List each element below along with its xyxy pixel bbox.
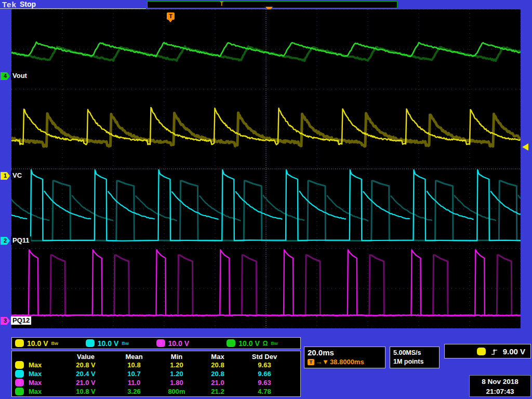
time-text: 21:07:43 [470, 387, 530, 396]
top-divider [0, 8, 146, 9]
col-header-mean: Mean [112, 353, 156, 361]
channel-1-badge: 1 [15, 339, 24, 347]
col-header-value: Value [60, 353, 112, 361]
channel-2-label: PQ11 [11, 236, 31, 245]
channel-2-scale-value: 10.0 V [98, 339, 118, 348]
impedance-icon: Ω [263, 340, 268, 347]
trigger-delay-arrow-icon: →▼ [315, 358, 329, 366]
sample-rate: 5.00MS/s [393, 349, 436, 357]
measurement-max: 20.8 [197, 370, 238, 378]
col-header-min: Min [156, 353, 197, 361]
measurement-stddev: 4.78 [238, 388, 290, 395]
trigger-position-in-record-icon: T [220, 1, 223, 7]
bw-limit-icon: Bw [271, 341, 278, 346]
measurement-value: 20.4 V [60, 370, 112, 378]
measurement-name: Max [29, 361, 60, 369]
rising-edge-icon [490, 347, 498, 356]
measurement-value: 21.0 V [60, 379, 112, 387]
measurement-row-ch2: 2 Max 20.4 V 10.7 1.20 20.8 9.66 [15, 369, 300, 378]
measurement-mean: 11.0 [112, 379, 156, 387]
measurement-mean: 10.8 [112, 361, 156, 369]
trigger-readout[interactable]: 1 9.00 V [444, 344, 531, 358]
measurement-min: 800m [156, 388, 197, 395]
measurement-mean: 3.26 [112, 388, 156, 395]
channel-4-badge: 4 [227, 339, 235, 347]
measurement-row-ch1: 1 Max 20.8 V 10.8 1.20 20.8 9.63 [15, 361, 300, 369]
measurement-min: 1.20 [156, 370, 197, 378]
measurement-min: 1.80 [156, 379, 197, 387]
measurement-panel[interactable]: Value Mean Min Max Std Dev 1 Max 20.8 V … [11, 351, 301, 397]
measurement-header-row: Value Mean Min Max Std Dev [15, 352, 300, 361]
measurement-max: 21.0 [197, 379, 238, 387]
horizontal-readout[interactable]: 20.0ms T →▼ 38.8000ms [304, 347, 385, 368]
channel-4-label: Vout [11, 72, 29, 80]
tek-logo: Tek [2, 0, 17, 9]
measurement-name: Max [29, 370, 60, 378]
channel-3-badge: 3 [15, 379, 24, 387]
measurement-max: 21.2 [197, 388, 238, 395]
channel-1-label: VC [11, 171, 23, 180]
channel-3-label: PQ12 [11, 316, 31, 325]
trigger-t-icon: T [308, 359, 314, 365]
bw-limit-icon: Bw [51, 341, 58, 346]
col-header-max: Max [197, 353, 238, 361]
trigger-source-badge: 1 [477, 348, 486, 355]
waveform-display [11, 9, 521, 328]
measurement-row-ch4: 4 Max 10.8 V 3.26 800m 21.2 4.78 [15, 387, 300, 396]
measurement-value: 20.8 V [60, 361, 112, 369]
measurement-mean: 10.7 [112, 370, 156, 378]
channel-2-position-marker: 2 [1, 237, 10, 245]
measurement-stddev: 9.63 [238, 361, 290, 369]
channel-2-badge: 2 [86, 339, 95, 347]
oscilloscope-screen: Tek Stop T T 4 1 2 3 Vout VC PQ11 PQ12 1… [0, 0, 532, 399]
channel-1-scale[interactable]: 1 10.0 V Bw [15, 339, 86, 348]
channel-3-scale-value: 10.0 V [168, 339, 189, 348]
acquisition-status: Stop [20, 0, 36, 8]
graticule [11, 9, 521, 328]
channel-1-badge: 1 [15, 361, 24, 369]
channel-4-position-marker: 4 [1, 72, 10, 80]
channel-3-position-marker: 3 [1, 317, 10, 325]
channel-2-scale[interactable]: 2 10.0 V Bw [86, 339, 156, 348]
measurement-stddev: 9.66 [238, 370, 290, 378]
channel-1-scale-value: 10.0 V [27, 339, 48, 348]
measurement-name: Max [29, 379, 60, 387]
channel-4-scale[interactable]: 4 10.0 V Ω Bw [227, 339, 297, 348]
measurement-value: 10.8 V [60, 388, 112, 395]
measurement-name: Max [29, 388, 60, 395]
trigger-level-value: 9.00 V [503, 347, 525, 356]
acquisition-readout[interactable]: 5.00MS/s 1M points [390, 347, 440, 368]
trigger-delay-readout: T →▼ 38.8000ms [308, 358, 382, 366]
trigger-level-marker-icon [522, 143, 528, 151]
date-text: 8 Nov 2018 [470, 377, 530, 387]
measurement-stddev: 9.63 [238, 379, 290, 387]
measurement-max: 20.8 [197, 361, 238, 369]
trigger-position-flag-icon: T [167, 12, 175, 20]
record-length: 1M points [393, 357, 436, 366]
timebase-scale: 20.0ms [308, 348, 382, 357]
measurement-min: 1.20 [156, 361, 197, 369]
measurement-row-ch3: 3 Max 21.0 V 11.0 1.80 21.0 9.63 [15, 378, 300, 387]
channel-4-scale-value: 10.0 V [238, 339, 259, 348]
col-header-stddev: Std Dev [238, 353, 290, 361]
bw-limit-icon: Bw [122, 341, 129, 346]
trigger-delay-value: 38.8000ms [330, 358, 364, 366]
datetime-readout: 8 Nov 2018 21:07:43 [469, 375, 531, 397]
channel-scale-readout[interactable]: 1 10.0 V Bw 2 10.0 V Bw 3 10.0 V 4 10.0 … [11, 337, 301, 349]
channel-3-scale[interactable]: 3 10.0 V [156, 339, 227, 348]
channel-2-badge: 2 [15, 370, 24, 378]
channel-3-badge: 3 [156, 339, 165, 347]
channel-4-badge: 4 [15, 388, 24, 395]
channel-1-position-marker: 1 [1, 172, 10, 180]
